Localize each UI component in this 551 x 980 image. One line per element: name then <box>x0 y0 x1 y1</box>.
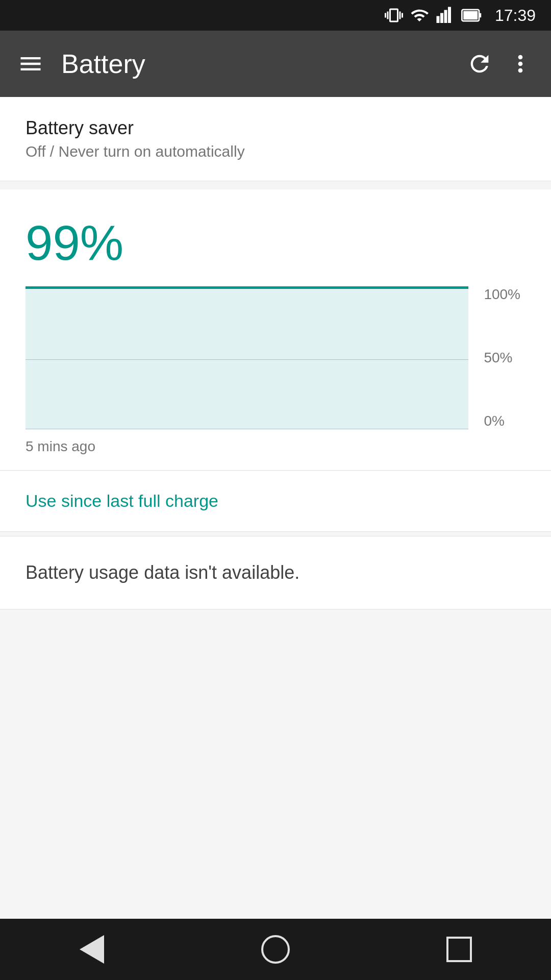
status-bar: 17:39 <box>0 0 551 31</box>
divider-2 <box>0 531 551 532</box>
app-title: Battery <box>61 48 464 79</box>
svg-rect-3 <box>448 7 451 23</box>
chart-area: 100% 50% 0% <box>26 286 525 429</box>
battery-percentage-section: 99% 100% 50% 0% 5 mins ago <box>0 189 551 470</box>
svg-rect-2 <box>444 10 447 23</box>
menu-icon[interactable] <box>15 51 46 77</box>
refresh-button[interactable] <box>464 48 495 79</box>
status-icons: 17:39 <box>385 6 536 25</box>
svg-rect-6 <box>479 13 481 17</box>
battery-saver-section[interactable]: Battery saver Off / Never turn on automa… <box>0 97 551 181</box>
home-icon <box>261 935 290 964</box>
nav-home-button[interactable] <box>255 929 296 970</box>
battery-usage-text: Battery usage data isn't available. <box>26 562 299 583</box>
svg-rect-5 <box>463 11 478 20</box>
vibrate-icon <box>385 6 403 24</box>
battery-status-icon <box>461 6 483 24</box>
nav-back-button[interactable] <box>71 929 112 970</box>
signal-icon <box>436 6 454 24</box>
battery-percentage: 99% <box>26 215 525 271</box>
status-time: 17:39 <box>495 6 536 25</box>
main-content: Battery saver Off / Never turn on automa… <box>0 97 551 919</box>
svg-rect-1 <box>440 13 443 23</box>
nav-recents-button[interactable] <box>439 929 480 970</box>
back-icon <box>80 935 104 964</box>
battery-usage-section: Battery usage data isn't available. <box>0 536 551 609</box>
chart-label-100: 100% <box>484 286 520 303</box>
app-bar: Battery <box>0 31 551 97</box>
chart-time-label: 5 mins ago <box>26 429 525 460</box>
svg-rect-0 <box>436 16 439 23</box>
app-bar-actions <box>464 48 536 79</box>
battery-saver-subtitle: Off / Never turn on automatically <box>26 143 525 160</box>
chart-midline <box>26 359 468 360</box>
more-options-button[interactable] <box>505 48 536 79</box>
recents-icon <box>446 937 472 962</box>
battery-chart <box>26 286 468 429</box>
battery-saver-title: Battery saver <box>26 117 525 139</box>
use-since-link[interactable]: Use since last full charge <box>26 491 218 510</box>
use-since-section: Use since last full charge <box>0 471 551 531</box>
chart-container: 100% 50% 0% 5 mins ago <box>26 286 525 470</box>
chart-label-50: 50% <box>484 350 520 366</box>
bottom-nav <box>0 919 551 980</box>
wifi-icon <box>410 6 429 24</box>
chart-fill <box>26 286 468 429</box>
empty-area <box>0 609 551 919</box>
chart-labels: 100% 50% 0% <box>479 286 525 429</box>
chart-bottom-line <box>26 429 468 429</box>
chart-label-0: 0% <box>484 413 520 429</box>
